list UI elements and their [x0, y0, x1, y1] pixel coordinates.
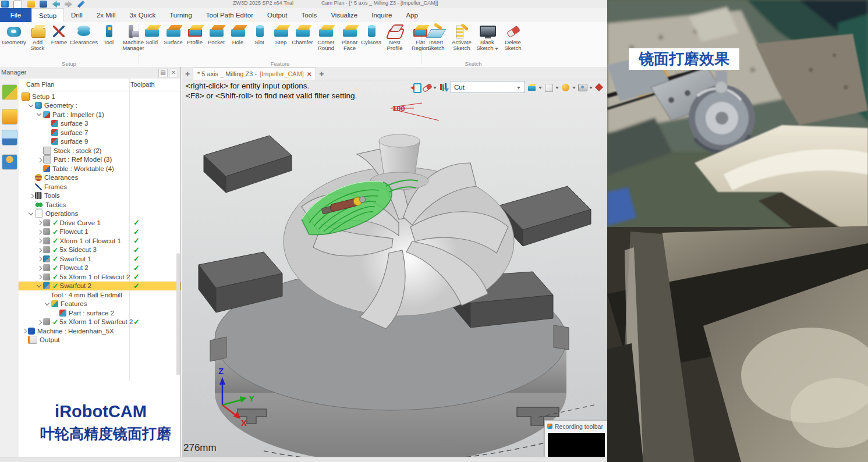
tree-row-5x-xform-1-of-flowcut-2[interactable]: 5x Xform 1 of Flowcut 2 — [19, 272, 180, 282]
solid-manager-tab-icon[interactable] — [2, 109, 17, 125]
expander-open-icon[interactable] — [28, 102, 34, 109]
tab-turning[interactable]: Turning — [162, 8, 199, 22]
frame-button[interactable]: Frame — [48, 23, 70, 45]
slot-button[interactable]: Slot — [249, 23, 270, 45]
expander-closed-icon[interactable] — [28, 193, 34, 199]
expander-open-icon[interactable] — [44, 301, 51, 307]
tab-output[interactable]: Output — [260, 8, 295, 22]
tree-row-drive-curve-1[interactable]: Drive Curve 1 — [19, 218, 180, 228]
expander-closed-icon[interactable] — [36, 219, 42, 226]
close-tab-icon[interactable]: ✕ — [307, 71, 311, 77]
tree-row-flowcut-1[interactable]: Flowcut 1 — [19, 228, 180, 237]
eraser-icon[interactable] — [421, 82, 432, 93]
tab-visualize[interactable]: Visualize — [324, 8, 364, 22]
chamfer-button[interactable]: Chamfer — [292, 23, 313, 45]
add-stock-button[interactable]: Add Stock — [27, 23, 48, 52]
expander-closed-icon[interactable] — [36, 229, 42, 235]
tree-row-worktable[interactable]: Table : Worktable (4) — [19, 164, 180, 173]
corner-round-button[interactable]: Corner Round — [313, 23, 339, 52]
surface-button[interactable]: Surface — [162, 23, 184, 45]
expander-closed-icon[interactable] — [36, 319, 42, 325]
tree-row-clearances[interactable]: Clearances — [19, 173, 180, 183]
tab-app[interactable]: App — [399, 8, 424, 22]
tree-row-part-surface-2[interactable]: Part : surface 2 — [19, 308, 180, 318]
tree-row-output[interactable]: Output — [19, 336, 180, 345]
hole-button[interactable]: Hole — [227, 23, 249, 45]
tree-row-geometry[interactable]: Geometry : — [19, 101, 180, 111]
new-file-icon[interactable] — [13, 1, 22, 8]
open-file-icon[interactable] — [27, 1, 35, 8]
tree-vertical-scrollbar[interactable] — [176, 253, 180, 375]
chevron-down-icon[interactable] — [555, 82, 560, 93]
undo-icon[interactable] — [52, 1, 60, 8]
tree-row-part-impeller[interactable]: Part : Impeller (1) — [19, 110, 180, 119]
user-manager-tab-icon[interactable] — [2, 154, 17, 170]
tree-row-swarfcut-2-selected[interactable]: Swarfcut 2 — [19, 282, 180, 291]
geometry-button[interactable]: Geometry — [1, 23, 27, 45]
profile-button[interactable]: Profile — [184, 23, 206, 45]
tab-file[interactable]: File — [0, 8, 31, 22]
document-tab[interactable]: * 5 axis _ Milling Z3 - [Impeller_CAM] ✕ — [193, 67, 316, 80]
filter-icon[interactable] — [438, 82, 449, 93]
expander-closed-icon[interactable] — [36, 273, 42, 280]
expander-open-icon[interactable] — [36, 111, 42, 118]
expander-closed-icon[interactable] — [36, 255, 42, 262]
tab-tool-path-editor[interactable]: Tool Path Editor — [199, 8, 260, 22]
expander-closed-icon[interactable] — [36, 265, 42, 271]
tab-setup[interactable]: Setup — [31, 8, 64, 22]
tree-row-tactics[interactable]: Tactics — [19, 200, 180, 209]
tree-row-machine[interactable]: Machine : Heidenhain_5X — [19, 326, 180, 336]
tree-row-5x-sidecut-3[interactable]: 5x Sidecut 3 — [19, 246, 180, 255]
tree-row-stock[interactable]: Stock : stock (2) — [19, 146, 180, 155]
tab-3x-quick[interactable]: 3x Quick — [122, 8, 162, 22]
chevron-down-icon[interactable] — [538, 82, 543, 93]
tree-row-frames[interactable]: Frames — [19, 182, 180, 191]
view-cube-icon[interactable] — [527, 82, 537, 93]
expander-open-icon[interactable] — [28, 211, 34, 217]
cylboss-button[interactable]: CylBoss — [360, 23, 382, 45]
chevron-down-icon[interactable] — [572, 82, 577, 93]
tree-row-swarfcut-1[interactable]: Swarfcut 1 — [19, 254, 180, 264]
tree-row-ref-model[interactable]: Part : Ref Model (3) — [19, 155, 180, 165]
tree-row-surface3[interactable]: surface 3 — [19, 119, 180, 129]
tree-row-operations[interactable]: Operations — [19, 209, 180, 219]
tool-button[interactable]: Tool — [98, 23, 119, 45]
recording-toolbar-panel[interactable]: Recording toolbar — [544, 420, 607, 462]
panel-menu-icon[interactable]: ▤ — [158, 69, 168, 77]
image-capture-icon[interactable] — [578, 82, 588, 93]
visual-manager-tab-icon[interactable] — [2, 130, 17, 145]
tree-row-xform-1-of-flowcut-1[interactable]: Xform 1 of Flowcut 1 — [19, 236, 180, 246]
tree-row-5x-xform-1-of-swarfcut-2[interactable]: 5x Xform 1 of Swarfcut 2 — [19, 318, 180, 327]
tab-inquire[interactable]: Inquire — [364, 8, 399, 22]
redo-icon[interactable] — [65, 1, 72, 8]
tree-row-setup[interactable]: Setup 1 — [19, 92, 180, 101]
step-button[interactable]: Step — [270, 23, 292, 45]
insert-sketch-button[interactable]: Insert Sketch — [423, 23, 449, 52]
expander-closed-icon[interactable] — [36, 247, 42, 253]
save-icon[interactable] — [40, 1, 47, 8]
impeller-3d-scene[interactable]: 100 Z Y X — [182, 67, 607, 462]
tree-row-surface9[interactable]: surface 9 — [19, 137, 180, 147]
tree-row-features[interactable]: Features — [19, 300, 180, 309]
tree-row-tool-endmill[interactable]: Tool : 4 mm Ball Endmill — [19, 290, 180, 300]
style-icon[interactable] — [77, 1, 85, 8]
nest-profile-button[interactable]: Nest Profile — [382, 23, 408, 52]
chevron-down-icon[interactable] — [433, 82, 438, 93]
tab-tools[interactable]: Tools — [295, 8, 324, 22]
exit-input-icon[interactable] — [410, 82, 421, 93]
tree-row-flowcut-2[interactable]: Flowcut 2 — [19, 264, 180, 273]
expander-closed-icon[interactable] — [36, 157, 42, 163]
shading-mode-icon[interactable] — [561, 82, 571, 93]
tree-row-tools[interactable]: Tools — [19, 191, 180, 201]
planar-face-button[interactable]: Planar Face — [339, 23, 360, 52]
blank-sketch-button[interactable]: Blank Sketch — [474, 23, 500, 52]
cam-manager-tab-icon[interactable] — [2, 84, 17, 100]
chevron-down-icon[interactable] — [589, 82, 594, 93]
tab-2x-mill[interactable]: 2x Mill — [90, 8, 123, 22]
activate-sketch-button[interactable]: Activate Sketch — [449, 23, 474, 52]
panel-close-icon[interactable]: ✕ — [169, 69, 178, 77]
new-tab-icon[interactable]: + — [182, 68, 193, 80]
delete-sketch-button[interactable]: Delete Sketch — [500, 23, 526, 52]
section-view-icon[interactable] — [594, 82, 605, 93]
solid-button[interactable]: Solid — [141, 23, 162, 45]
